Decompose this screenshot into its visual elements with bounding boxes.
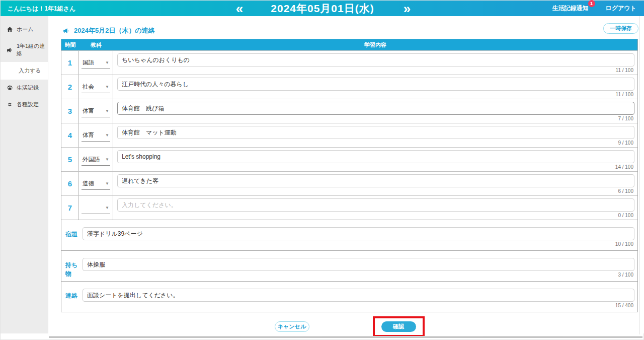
sidebar-item-class-contact[interactable]: 1年1組の連絡 [1, 38, 48, 62]
char-count: 7 / 100 [117, 115, 634, 121]
char-count: 14 / 100 [117, 163, 634, 170]
notification-badge: 1 [588, 0, 595, 7]
logout-button[interactable]: ログアウト [606, 4, 636, 13]
sidebar-item-label: ホーム [17, 26, 34, 33]
char-count: 0 / 100 [117, 212, 634, 218]
header-subject: 教科 [79, 39, 113, 50]
megaphone-icon [7, 47, 13, 53]
learning-content-input[interactable] [117, 198, 634, 212]
char-count: 9 / 100 [117, 139, 634, 146]
table-row: 7 ▼ 0 / 100 [61, 195, 637, 220]
learning-content-input[interactable] [117, 150, 634, 163]
subject-select[interactable]: 体育 ▼ [82, 129, 110, 142]
char-count: 3 / 100 [83, 271, 634, 278]
period-number: 7 [61, 196, 79, 220]
table-row: 1 国語 ▼ 11 / 100 [61, 50, 637, 75]
table-row: 3 体育 ▼ 7 / 100 [61, 99, 637, 123]
extra-row-input[interactable] [83, 258, 634, 271]
char-count: 15 / 400 [83, 302, 634, 308]
app-window: こんにちは！1年1組さん « 2024年05月01日(水) » 生活記録通知 1… [0, 0, 644, 340]
learning-content-input[interactable] [117, 126, 634, 139]
annotation-highlight-box: 確認 [373, 316, 425, 337]
period-rows: 1 国語 ▼ 11 / 100 [61, 50, 637, 220]
sidebar-nav: ホーム 1年1組の連絡 入力する 生活記録 各種設定 [1, 16, 48, 333]
extra-row: 宿題 10 / 100 [61, 220, 637, 250]
table-row: 4 体育 ▼ 9 / 100 [61, 123, 637, 147]
extra-row-label: 持ち物 [65, 258, 83, 278]
subject-select[interactable]: 道徳 ▼ [82, 178, 110, 190]
subject-select-value: 外国語 [83, 156, 100, 163]
extra-row: 連絡 15 / 400 [61, 281, 637, 312]
chevron-down-icon: ▼ [105, 85, 109, 89]
sidebar-item-life-record[interactable]: 生活記録 [1, 80, 48, 96]
table-row: 5 外国語 ▼ 14 / 100 [61, 147, 637, 171]
page-title-text: 2024年5月2日（木）の連絡 [74, 26, 155, 35]
sidebar-item-home[interactable]: ホーム [1, 21, 48, 38]
megaphone-icon [62, 27, 70, 34]
date-navigation: « 2024年05月01日(水) » [1, 1, 644, 16]
gear-icon [7, 101, 13, 108]
char-count: 6 / 100 [117, 187, 634, 194]
sidebar-item-label: 各種設定 [17, 101, 39, 108]
vertical-scrollbar[interactable] [639, 16, 639, 334]
table-row: 6 道徳 ▼ 6 / 100 [61, 171, 637, 195]
period-number: 2 [61, 75, 79, 99]
notification-label: 生活記録通知 [552, 5, 589, 12]
next-day-button[interactable]: » [401, 2, 411, 15]
subject-select-value: 国語 [83, 59, 94, 66]
chevron-down-icon: ▼ [105, 109, 109, 113]
chevron-down-icon: ▼ [105, 206, 109, 210]
chevron-down-icon: ▼ [105, 133, 109, 138]
learning-content-input[interactable] [117, 53, 634, 66]
extra-row-label: 連絡 [65, 289, 83, 300]
learning-content-input[interactable] [117, 102, 634, 115]
char-count: 11 / 100 [117, 91, 634, 97]
period-number: 6 [61, 172, 79, 195]
main-content: 2024年5月2日（木）の連絡 一時保存 時間 教科 学習内容 1 国語 [49, 16, 644, 333]
life-record-notification-link[interactable]: 生活記録通知 1 [552, 4, 589, 13]
learning-content-input[interactable] [117, 174, 634, 187]
sidebar-item-settings[interactable]: 各種設定 [1, 96, 48, 113]
chevron-down-icon: ▼ [105, 157, 109, 162]
confirm-button[interactable]: 確認 [381, 321, 416, 332]
home-icon [7, 26, 13, 33]
subject-select[interactable]: ▼ [82, 202, 110, 214]
subject-select-value: 道徳 [83, 180, 94, 187]
current-date-title: 2024年05月01日(水) [271, 2, 374, 16]
sidebar-item-input-active[interactable]: 入力する [1, 62, 48, 80]
extra-row-input[interactable] [83, 289, 634, 302]
char-count: 11 / 100 [117, 66, 634, 73]
learning-content-input[interactable] [117, 78, 634, 91]
horizontal-scrollbar[interactable] [49, 336, 642, 338]
table-header-row: 時間 教科 学習内容 [61, 39, 637, 50]
char-count: 10 / 100 [83, 240, 634, 247]
sidebar-item-label: 1年1組の連絡 [17, 42, 48, 57]
page-title: 2024年5月2日（木）の連絡 [62, 24, 638, 35]
subject-select[interactable]: 外国語 ▼ [82, 154, 110, 166]
period-number: 5 [61, 148, 79, 171]
header-right-area: 生活記録通知 1 ログアウト [552, 1, 636, 16]
subject-select[interactable]: 社会 ▼ [82, 81, 110, 93]
subject-select-value: 体育 [83, 107, 94, 115]
extra-row-label: 宿題 [65, 227, 83, 239]
extra-rows: 宿題 10 / 100 持ち物 3 / 100 [61, 220, 637, 312]
contact-form-table: 時間 教科 学習内容 1 国語 ▼ [61, 39, 638, 312]
save-draft-button[interactable]: 一時保存 [603, 23, 638, 34]
cancel-button[interactable]: キャンセル [275, 321, 309, 332]
extra-row: 持ち物 3 / 100 [61, 250, 637, 281]
table-row: 2 社会 ▼ 11 / 100 [61, 75, 637, 99]
prev-day-button[interactable]: « [234, 2, 244, 15]
form-actions: キャンセル 確認 [61, 314, 638, 338]
chevron-down-icon: ▼ [105, 60, 109, 65]
subject-select-value: 社会 [83, 83, 94, 91]
subject-select[interactable]: 体育 ▼ [82, 105, 110, 117]
header-period: 時間 [61, 39, 79, 50]
chevron-down-icon: ▼ [105, 181, 109, 186]
subject-select-value: 体育 [83, 131, 94, 139]
sidebar-item-label: 生活記録 [17, 84, 39, 92]
extra-row-input[interactable] [83, 227, 634, 240]
subject-select[interactable]: 国語 ▼ [82, 57, 110, 69]
period-number: 4 [61, 123, 79, 147]
top-header: こんにちは！1年1組さん « 2024年05月01日(水) » 生活記録通知 1… [1, 1, 644, 16]
period-number: 3 [61, 99, 79, 123]
